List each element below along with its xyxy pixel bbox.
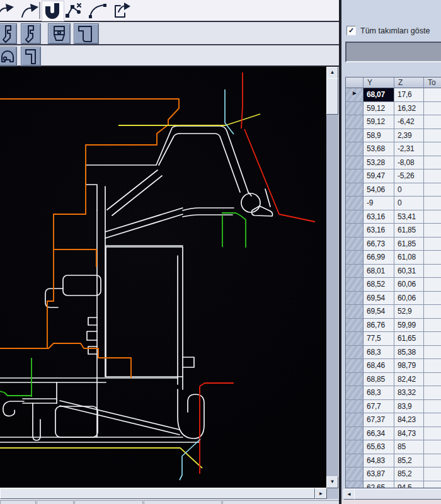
column-header-y[interactable]: Y (364, 77, 394, 88)
to-cell[interactable] (424, 386, 441, 400)
y-cell[interactable]: 67,7 (364, 400, 394, 414)
z-cell[interactable]: 85 (394, 440, 424, 454)
row-selector-cell[interactable]: ► (346, 88, 364, 102)
tool-button-profile-knife[interactable] (0, 23, 17, 44)
column-header-z[interactable]: Z (394, 77, 424, 88)
z-cell[interactable]: 0 (394, 183, 424, 197)
z-cell[interactable]: -2,31 (394, 142, 424, 156)
table-row[interactable]: 68,385,38 (346, 346, 441, 360)
row-selector-cell[interactable] (346, 346, 364, 360)
z-cell[interactable]: 61,85 (394, 224, 424, 238)
scroll-up-button[interactable]: ▲ (326, 67, 338, 79)
row-selector-cell[interactable] (346, 440, 364, 454)
z-cell[interactable]: 16,32 (394, 102, 424, 116)
to-cell[interactable] (424, 278, 441, 292)
row-selector-cell[interactable] (346, 238, 364, 251)
y-cell[interactable]: 54,06 (364, 183, 394, 197)
z-cell[interactable]: 52,9 (394, 305, 424, 319)
table-row[interactable]: 68,0160,31 (346, 265, 441, 278)
row-selector-cell[interactable] (346, 169, 364, 183)
to-cell[interactable] (424, 467, 441, 481)
z-cell[interactable]: 0 (394, 197, 424, 210)
y-cell[interactable]: 59,12 (364, 102, 394, 116)
y-cell[interactable]: 68,07 (364, 88, 394, 102)
to-cell[interactable] (424, 400, 441, 414)
row-selector-cell[interactable] (346, 210, 364, 224)
column-header-selector[interactable] (346, 77, 364, 88)
to-cell[interactable] (424, 224, 441, 238)
table-row[interactable]: 68,4698,79 (346, 359, 441, 373)
y-cell[interactable]: 68,3 (364, 346, 394, 360)
to-cell[interactable] (424, 359, 441, 373)
z-cell[interactable]: 60,06 (394, 278, 424, 292)
table-row[interactable]: 63,8785,2 (346, 467, 441, 481)
row-selector-cell[interactable] (346, 278, 364, 292)
row-selector-cell[interactable] (346, 386, 364, 400)
row-selector-cell[interactable] (346, 427, 364, 441)
cad-viewport[interactable] (0, 67, 326, 488)
y-cell[interactable]: 65,63 (364, 440, 394, 454)
to-cell[interactable] (424, 238, 441, 251)
y-cell[interactable]: 68,01 (364, 265, 394, 278)
to-cell[interactable] (424, 427, 441, 441)
to-cell[interactable] (424, 481, 441, 489)
y-cell[interactable]: 69,54 (364, 292, 394, 306)
column-header-to[interactable]: To (424, 77, 441, 88)
z-cell[interactable]: 60,31 (394, 265, 424, 278)
row-selector-cell[interactable] (346, 467, 364, 481)
to-cell[interactable] (424, 265, 441, 278)
vertical-scrollbar-thumb[interactable] (326, 78, 338, 115)
row-selector-cell[interactable] (346, 265, 364, 278)
z-cell[interactable]: 82,42 (394, 373, 424, 387)
table-row[interactable]: 86,7659,99 (346, 319, 441, 333)
y-cell[interactable]: 86,76 (364, 319, 394, 333)
to-cell[interactable] (424, 332, 441, 346)
row-selector-cell[interactable] (346, 142, 364, 156)
table-row[interactable]: -90 (346, 197, 441, 210)
table-row[interactable]: 59,12-6,42 (346, 115, 441, 129)
table-row[interactable]: 69,5452,9 (346, 305, 441, 319)
y-cell[interactable]: 67,37 (364, 413, 394, 427)
table-scroll-left-button[interactable]: ◄ (343, 489, 355, 500)
row-selector-cell[interactable] (346, 359, 364, 373)
to-cell[interactable] (424, 156, 441, 170)
table-scrollbar-thumb[interactable] (354, 489, 441, 500)
to-cell[interactable] (424, 197, 441, 210)
scroll-right-button[interactable]: ► (315, 488, 327, 499)
y-cell[interactable]: 66,34 (364, 427, 394, 441)
to-cell[interactable] (424, 454, 441, 468)
table-row[interactable]: 77,561,65 (346, 332, 441, 346)
tool-filter-input[interactable] (345, 42, 441, 62)
tool-button-profile-knife[interactable] (21, 23, 41, 44)
z-cell[interactable]: -5,26 (394, 169, 424, 183)
to-cell[interactable] (424, 115, 441, 129)
redo-arrow-icon[interactable] (0, 2, 14, 20)
z-cell[interactable]: 94,5 (394, 481, 424, 489)
row-selector-cell[interactable] (346, 305, 364, 319)
table-row[interactable]: 59,1216,32 (346, 102, 441, 116)
table-row[interactable]: 62,6594,5 (346, 481, 441, 489)
z-cell[interactable]: 61,65 (394, 332, 424, 346)
z-cell[interactable]: 17,6 (394, 88, 424, 102)
to-cell[interactable] (424, 251, 441, 265)
z-cell[interactable]: 85,2 (394, 454, 424, 468)
y-cell[interactable]: 66,99 (364, 251, 394, 265)
row-selector-cell[interactable] (346, 413, 364, 427)
table-row[interactable]: 64,8385,2 (346, 454, 441, 468)
y-cell[interactable]: 58,9 (364, 129, 394, 143)
table-row[interactable]: 65,6385 (346, 440, 441, 454)
export-arrow-icon[interactable] (112, 2, 131, 20)
row-selector-cell[interactable] (346, 251, 364, 265)
table-row[interactable]: 59,47-5,26 (346, 169, 441, 183)
z-cell[interactable]: 83,32 (394, 386, 424, 400)
table-row[interactable]: 67,3784,23 (346, 413, 441, 427)
z-cell[interactable]: 61,85 (394, 238, 424, 251)
row-selector-cell[interactable] (346, 481, 364, 489)
tool-button-corner-profile[interactable] (74, 23, 99, 44)
y-cell[interactable]: 63,16 (364, 224, 394, 238)
to-cell[interactable] (424, 183, 441, 197)
table-row[interactable]: 53,68-2,31 (346, 142, 441, 156)
show-all-tools-checkbox[interactable]: ✓ (346, 26, 356, 35)
y-cell[interactable]: 77,5 (364, 332, 394, 346)
z-cell[interactable]: 98,79 (394, 359, 424, 373)
